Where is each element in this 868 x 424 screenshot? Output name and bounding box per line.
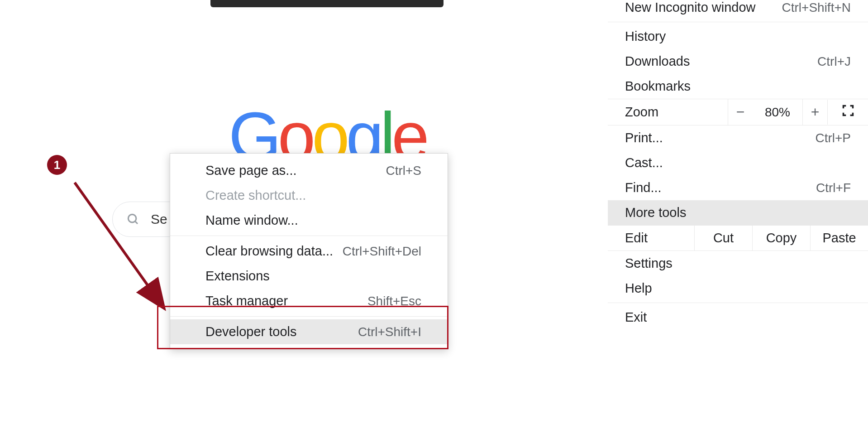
zoom-minus-button[interactable]: − bbox=[728, 99, 753, 125]
submenu-separator bbox=[170, 316, 448, 317]
svg-point-0 bbox=[128, 214, 136, 222]
fullscreen-icon bbox=[842, 104, 854, 117]
zoom-plus-button[interactable]: + bbox=[802, 99, 827, 125]
zoom-fullscreen-button[interactable] bbox=[827, 100, 868, 125]
annotation-number: 1 bbox=[47, 155, 67, 175]
menu-label: Settings bbox=[625, 256, 672, 271]
menu-separator bbox=[608, 22, 868, 22]
menu-zoom-row: Zoom − 80% + bbox=[608, 99, 868, 125]
submenu-shortcut: Ctrl+Shift+I bbox=[358, 325, 421, 339]
menu-shortcut: Ctrl+P bbox=[815, 131, 851, 145]
chrome-menu: New Incognito window Ctrl+Shift+N Histor… bbox=[608, 0, 868, 330]
submenu-label: Name window... bbox=[205, 213, 298, 228]
annotation-arrow bbox=[70, 179, 174, 315]
submenu-task-manager[interactable]: Task manager Shift+Esc bbox=[170, 289, 448, 313]
edit-copy-button[interactable]: Copy bbox=[752, 226, 810, 251]
submenu-label: Extensions bbox=[205, 269, 270, 284]
menu-label: More tools bbox=[625, 205, 686, 220]
submenu-name-window[interactable]: Name window... bbox=[170, 208, 448, 233]
menu-new-incognito[interactable]: New Incognito window Ctrl+Shift+N bbox=[608, 0, 868, 20]
submenu-shortcut: Ctrl+S bbox=[386, 164, 421, 178]
edit-label: Edit bbox=[608, 226, 694, 251]
menu-cast[interactable]: Cast... bbox=[608, 150, 868, 175]
submenu-developer-tools[interactable]: Developer tools Ctrl+Shift+I bbox=[170, 319, 448, 344]
submenu-shortcut: Shift+Esc bbox=[367, 294, 421, 308]
edit-paste-button[interactable]: Paste bbox=[810, 226, 868, 251]
more-tools-submenu: Save page as... Ctrl+S Create shortcut..… bbox=[170, 153, 448, 349]
submenu-clear-browsing[interactable]: Clear browsing data... Ctrl+Shift+Del bbox=[170, 239, 448, 264]
menu-label: Find... bbox=[625, 180, 662, 195]
submenu-save-page[interactable]: Save page as... Ctrl+S bbox=[170, 158, 448, 183]
submenu-label: Developer tools bbox=[205, 324, 297, 339]
search-icon bbox=[126, 212, 140, 226]
menu-history[interactable]: History bbox=[608, 24, 868, 49]
browser-top-bar bbox=[210, 0, 444, 7]
submenu-label: Create shortcut... bbox=[205, 188, 306, 203]
menu-find[interactable]: Find... Ctrl+F bbox=[608, 175, 868, 200]
menu-print[interactable]: Print... Ctrl+P bbox=[608, 125, 868, 150]
menu-shortcut: Ctrl+Shift+N bbox=[782, 0, 851, 15]
edit-cut-button[interactable]: Cut bbox=[694, 226, 752, 251]
menu-shortcut: Ctrl+F bbox=[816, 181, 851, 195]
menu-edit-row: Edit Cut Copy Paste bbox=[608, 225, 868, 251]
menu-label: Downloads bbox=[625, 54, 690, 69]
menu-help[interactable]: Help bbox=[608, 276, 868, 301]
menu-settings[interactable]: Settings bbox=[608, 251, 868, 276]
submenu-shortcut: Ctrl+Shift+Del bbox=[343, 244, 421, 259]
submenu-label: Task manager bbox=[205, 294, 288, 308]
menu-label: Help bbox=[625, 281, 652, 296]
menu-separator bbox=[608, 303, 868, 303]
menu-label: New Incognito window bbox=[625, 0, 756, 15]
menu-more-tools[interactable]: More tools bbox=[608, 200, 868, 225]
submenu-separator bbox=[170, 236, 448, 236]
zoom-label: Zoom bbox=[608, 100, 728, 125]
submenu-extensions[interactable]: Extensions bbox=[170, 264, 448, 289]
submenu-create-shortcut: Create shortcut... bbox=[170, 183, 448, 208]
zoom-value: 80% bbox=[753, 101, 802, 124]
menu-bookmarks[interactable]: Bookmarks bbox=[608, 74, 868, 99]
menu-label: Cast... bbox=[625, 155, 663, 170]
menu-shortcut: Ctrl+J bbox=[817, 54, 851, 69]
menu-exit[interactable]: Exit bbox=[608, 305, 868, 330]
menu-label: History bbox=[625, 29, 666, 44]
menu-label: Print... bbox=[625, 130, 663, 145]
menu-label: Bookmarks bbox=[625, 79, 691, 94]
search-input-text: Se bbox=[151, 212, 167, 227]
submenu-label: Save page as... bbox=[205, 163, 297, 178]
menu-label: Exit bbox=[625, 310, 647, 325]
menu-downloads[interactable]: Downloads Ctrl+J bbox=[608, 49, 868, 74]
submenu-label: Clear browsing data... bbox=[205, 244, 333, 259]
svg-line-1 bbox=[135, 221, 138, 224]
